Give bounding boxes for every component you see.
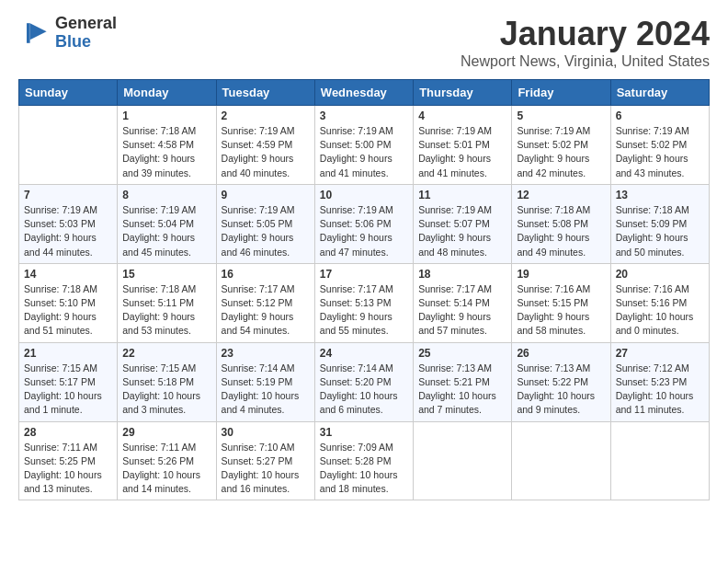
day-info: Sunrise: 7:18 AM Sunset: 4:58 PM Dayligh… <box>122 124 210 180</box>
calendar-cell: 22Sunrise: 7:15 AM Sunset: 5:18 PM Dayli… <box>118 342 216 421</box>
header-day-monday: Monday <box>118 80 216 106</box>
calendar-cell: 3Sunrise: 7:19 AM Sunset: 5:00 PM Daylig… <box>314 106 413 185</box>
day-number: 4 <box>418 109 506 122</box>
calendar-cell: 6Sunrise: 7:19 AM Sunset: 5:02 PM Daylig… <box>610 106 709 185</box>
day-info: Sunrise: 7:18 AM Sunset: 5:10 PM Dayligh… <box>24 282 112 339</box>
calendar-cell: 28Sunrise: 7:11 AM Sunset: 5:25 PM Dayli… <box>19 421 118 500</box>
header-day-wednesday: Wednesday <box>314 80 413 106</box>
day-info: Sunrise: 7:18 AM Sunset: 5:11 PM Dayligh… <box>122 282 210 339</box>
day-info: Sunrise: 7:19 AM Sunset: 5:03 PM Dayligh… <box>24 203 112 259</box>
calendar-cell: 31Sunrise: 7:09 AM Sunset: 5:28 PM Dayli… <box>314 421 413 500</box>
day-info: Sunrise: 7:15 AM Sunset: 5:18 PM Dayligh… <box>122 362 210 418</box>
calendar-cell <box>610 421 709 500</box>
calendar-cell: 25Sunrise: 7:13 AM Sunset: 5:21 PM Dayli… <box>414 342 512 421</box>
day-info: Sunrise: 7:19 AM Sunset: 5:07 PM Dayligh… <box>418 203 506 259</box>
calendar-cell: 23Sunrise: 7:14 AM Sunset: 5:19 PM Dayli… <box>216 342 314 421</box>
day-number: 22 <box>122 347 210 360</box>
calendar-cell: 27Sunrise: 7:12 AM Sunset: 5:23 PM Dayli… <box>610 342 709 421</box>
day-number: 19 <box>517 268 605 281</box>
day-number: 7 <box>24 189 112 201</box>
day-number: 5 <box>517 109 605 122</box>
day-number: 18 <box>418 268 506 281</box>
logo-blue: Blue <box>55 33 117 52</box>
day-info: Sunrise: 7:16 AM Sunset: 5:16 PM Dayligh… <box>616 282 704 339</box>
calendar-cell: 26Sunrise: 7:13 AM Sunset: 5:22 PM Dayli… <box>512 342 610 421</box>
day-info: Sunrise: 7:19 AM Sunset: 5:06 PM Dayligh… <box>320 203 408 259</box>
day-number: 29 <box>122 426 210 439</box>
day-number: 6 <box>616 109 704 122</box>
title-block: January 2024 Newport News, Virginia, Uni… <box>461 15 710 70</box>
calendar-cell: 19Sunrise: 7:16 AM Sunset: 5:15 PM Dayli… <box>512 263 610 342</box>
week-row-0: 1Sunrise: 7:18 AM Sunset: 4:58 PM Daylig… <box>19 106 710 185</box>
day-info: Sunrise: 7:14 AM Sunset: 5:20 PM Dayligh… <box>320 362 408 418</box>
calendar-cell: 21Sunrise: 7:15 AM Sunset: 5:17 PM Dayli… <box>19 342 118 421</box>
calendar-cell: 11Sunrise: 7:19 AM Sunset: 5:07 PM Dayli… <box>414 184 512 263</box>
calendar-table: SundayMondayTuesdayWednesdayThursdayFrid… <box>18 79 710 500</box>
day-info: Sunrise: 7:10 AM Sunset: 5:27 PM Dayligh… <box>222 441 310 497</box>
day-info: Sunrise: 7:19 AM Sunset: 5:04 PM Dayligh… <box>122 203 210 259</box>
calendar-cell: 9Sunrise: 7:19 AM Sunset: 5:05 PM Daylig… <box>216 184 314 263</box>
svg-rect-2 <box>27 23 30 43</box>
calendar-cell: 2Sunrise: 7:19 AM Sunset: 4:59 PM Daylig… <box>216 106 314 185</box>
day-number: 28 <box>24 426 112 439</box>
calendar-cell: 4Sunrise: 7:19 AM Sunset: 5:01 PM Daylig… <box>414 106 512 185</box>
day-info: Sunrise: 7:14 AM Sunset: 5:19 PM Dayligh… <box>222 362 310 418</box>
day-info: Sunrise: 7:13 AM Sunset: 5:22 PM Dayligh… <box>517 362 605 418</box>
calendar-cell: 14Sunrise: 7:18 AM Sunset: 5:10 PM Dayli… <box>19 263 118 342</box>
calendar-cell: 29Sunrise: 7:11 AM Sunset: 5:26 PM Dayli… <box>118 421 216 500</box>
header-day-saturday: Saturday <box>610 80 709 106</box>
header-day-friday: Friday <box>512 80 610 106</box>
day-info: Sunrise: 7:19 AM Sunset: 4:59 PM Dayligh… <box>222 124 310 180</box>
day-info: Sunrise: 7:19 AM Sunset: 5:01 PM Dayligh… <box>418 124 506 180</box>
week-row-1: 7Sunrise: 7:19 AM Sunset: 5:03 PM Daylig… <box>19 184 710 263</box>
calendar-cell: 10Sunrise: 7:19 AM Sunset: 5:06 PM Dayli… <box>314 184 413 263</box>
logo-text: General Blue <box>55 15 117 52</box>
month-title: January 2024 <box>461 15 710 53</box>
calendar-cell: 13Sunrise: 7:18 AM Sunset: 5:09 PM Dayli… <box>610 184 709 263</box>
day-number: 14 <box>24 268 112 281</box>
day-number: 9 <box>222 189 310 201</box>
day-info: Sunrise: 7:13 AM Sunset: 5:21 PM Dayligh… <box>418 362 506 418</box>
day-info: Sunrise: 7:15 AM Sunset: 5:17 PM Dayligh… <box>24 362 112 418</box>
week-row-4: 28Sunrise: 7:11 AM Sunset: 5:25 PM Dayli… <box>19 421 710 500</box>
calendar-cell <box>19 106 118 185</box>
day-info: Sunrise: 7:11 AM Sunset: 5:26 PM Dayligh… <box>122 441 210 497</box>
calendar-cell <box>414 421 512 500</box>
calendar-body: 1Sunrise: 7:18 AM Sunset: 4:58 PM Daylig… <box>19 106 710 500</box>
calendar-cell <box>512 421 610 500</box>
day-number: 16 <box>222 268 310 281</box>
day-info: Sunrise: 7:18 AM Sunset: 5:08 PM Dayligh… <box>517 203 605 259</box>
calendar-cell: 17Sunrise: 7:17 AM Sunset: 5:13 PM Dayli… <box>314 263 413 342</box>
calendar-cell: 12Sunrise: 7:18 AM Sunset: 5:08 PM Dayli… <box>512 184 610 263</box>
calendar-cell: 7Sunrise: 7:19 AM Sunset: 5:03 PM Daylig… <box>19 184 118 263</box>
day-info: Sunrise: 7:19 AM Sunset: 5:02 PM Dayligh… <box>517 124 605 180</box>
day-number: 23 <box>222 347 310 360</box>
calendar-cell: 24Sunrise: 7:14 AM Sunset: 5:20 PM Dayli… <box>314 342 413 421</box>
day-number: 3 <box>320 109 408 122</box>
day-number: 17 <box>320 268 408 281</box>
day-number: 20 <box>616 268 704 281</box>
header-row: SundayMondayTuesdayWednesdayThursdayFrid… <box>19 80 710 106</box>
header-day-tuesday: Tuesday <box>216 80 314 106</box>
logo-general: General <box>55 15 117 33</box>
day-info: Sunrise: 7:17 AM Sunset: 5:12 PM Dayligh… <box>222 282 310 339</box>
header-day-sunday: Sunday <box>19 80 118 106</box>
day-number: 2 <box>222 109 310 122</box>
day-info: Sunrise: 7:19 AM Sunset: 5:02 PM Dayligh… <box>616 124 704 180</box>
day-number: 1 <box>122 109 210 122</box>
day-info: Sunrise: 7:11 AM Sunset: 5:25 PM Dayligh… <box>24 441 112 497</box>
calendar-cell: 16Sunrise: 7:17 AM Sunset: 5:12 PM Dayli… <box>216 263 314 342</box>
day-number: 8 <box>122 189 210 201</box>
day-number: 13 <box>616 189 704 201</box>
calendar-cell: 8Sunrise: 7:19 AM Sunset: 5:04 PM Daylig… <box>118 184 216 263</box>
day-number: 31 <box>320 426 408 439</box>
calendar-cell: 15Sunrise: 7:18 AM Sunset: 5:11 PM Dayli… <box>118 263 216 342</box>
day-number: 25 <box>418 347 506 360</box>
calendar-cell: 5Sunrise: 7:19 AM Sunset: 5:02 PM Daylig… <box>512 106 610 185</box>
logo: General Blue <box>18 15 117 52</box>
day-number: 24 <box>320 347 408 360</box>
day-info: Sunrise: 7:19 AM Sunset: 5:05 PM Dayligh… <box>222 203 310 259</box>
week-row-3: 21Sunrise: 7:15 AM Sunset: 5:17 PM Dayli… <box>19 342 710 421</box>
day-info: Sunrise: 7:19 AM Sunset: 5:00 PM Dayligh… <box>320 124 408 180</box>
header-day-thursday: Thursday <box>414 80 512 106</box>
